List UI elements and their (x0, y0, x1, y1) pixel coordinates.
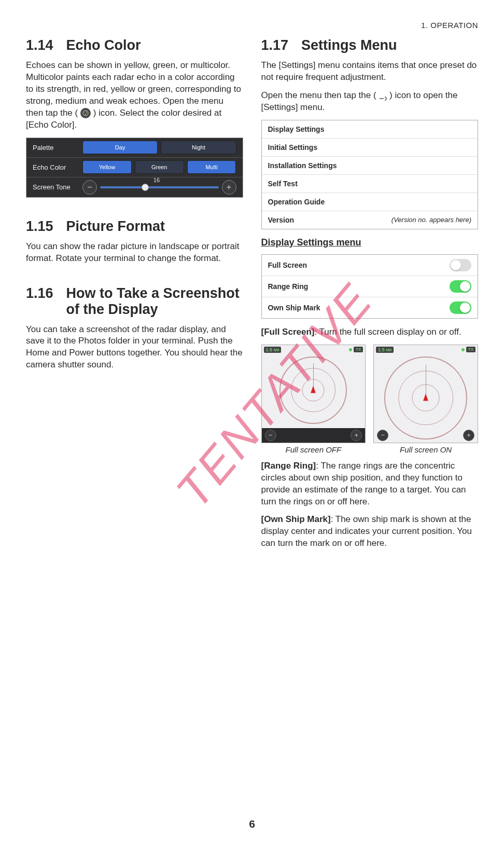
para-1-17-2: Open the menu then tap the ( ) icon to o… (261, 90, 479, 114)
range-ring-desc: [Range Ring]: The range rings are the co… (261, 460, 479, 508)
zoom-out-button[interactable]: − (265, 430, 276, 441)
palette-panel: Palette Day Night Echo Color Yellow Gree… (26, 138, 243, 198)
radar-toolbar: − + (374, 428, 478, 443)
heading-num: 1.16 (26, 285, 53, 318)
menu-label: Self Test (268, 180, 298, 188)
palette-row-palette: Palette Day Night (26, 138, 243, 158)
para-text-a: Open the menu then tap the ( (261, 90, 376, 100)
radar-scope (279, 356, 347, 424)
menu-version[interactable]: Version (Version no. appears here) (262, 211, 478, 229)
heading-num: 1.14 (26, 37, 53, 53)
para-1-17-1: The [Settings] menu contains items that … (261, 60, 479, 84)
heading-title: Echo Color (66, 37, 141, 53)
zoom-in-button[interactable]: + (463, 430, 474, 441)
range-ring-toggle[interactable] (450, 280, 471, 293)
range-ring-label: [Range Ring] (261, 461, 316, 471)
tx-badge: TX (354, 347, 363, 352)
own-ship-label: [Own Ship Mark] (261, 514, 331, 524)
range-badge: 1.5 NM (376, 347, 394, 353)
wrench-icon (379, 93, 387, 98)
slider-knob[interactable] (142, 184, 149, 191)
palette-label: Palette (33, 144, 79, 152)
right-column: 1.17 Settings Menu The [Settings] menu c… (261, 37, 479, 556)
menu-operation-guide[interactable]: Operation Guide (262, 193, 478, 211)
echo-multi-button[interactable]: Multi (187, 160, 236, 174)
palette-icon (80, 108, 91, 118)
tone-slider[interactable]: 16 (100, 186, 219, 188)
section-1-17: 1.17 Settings Menu The [Settings] menu c… (261, 37, 479, 550)
menu-label: Display Settings (268, 125, 325, 133)
heading-num: 1.17 (261, 37, 289, 53)
palette-day-button[interactable]: Day (82, 141, 158, 154)
radar-scope (384, 356, 467, 440)
own-ship-toggle[interactable] (450, 301, 471, 314)
echo-green-button[interactable]: Green (135, 160, 184, 174)
radar-fig-on: 1.5 NM TX − + (373, 345, 478, 454)
chapter-header: 1. OPERATION (26, 21, 478, 30)
status-dot-icon (461, 348, 465, 351)
section-1-14: 1.14 Echo Color Echoes can be shown in y… (26, 37, 243, 198)
tone-plus-button[interactable]: + (222, 180, 236, 195)
echo-color-label: Echo Color (33, 163, 79, 171)
display-settings-toggles: Full Screen Range Ring Own Ship Mark (261, 254, 479, 319)
heading-num: 1.15 (26, 218, 53, 235)
range-badge: 1.5 NM (264, 347, 282, 353)
toggle-label: Own Ship Mark (268, 304, 320, 312)
section-1-16: 1.16 How to Take a Screenshot of the Dis… (26, 285, 243, 372)
echo-yellow-button[interactable]: Yellow (82, 160, 132, 174)
own-ship-desc: [Own Ship Mark]: The own ship mark is sh… (261, 514, 479, 550)
para-1-16: You can take a screenshot of the radar d… (26, 324, 243, 372)
status-dot-icon (349, 348, 352, 351)
svg-point-0 (83, 111, 88, 116)
heading-1-16: 1.16 How to Take a Screenshot of the Dis… (26, 285, 243, 318)
display-settings-subheading: Display Settings menu (261, 237, 479, 248)
tone-minus-button[interactable]: − (82, 180, 97, 195)
tone-value: 16 (153, 177, 160, 183)
left-column: 1.14 Echo Color Echoes can be shown in y… (26, 37, 243, 556)
full-screen-desc: [Full Screen]: Turn the full screen disp… (261, 326, 479, 338)
zoom-in-button[interactable]: + (351, 430, 362, 441)
full-screen-label: [Full Screen] (261, 327, 315, 337)
settings-menu: Display Settings Initial Settings Instal… (261, 120, 479, 229)
toggle-label: Full Screen (268, 261, 307, 269)
palette-row-echo: Echo Color Yellow Green Multi (26, 158, 243, 177)
toggle-row-range-ring: Range Ring (262, 276, 478, 297)
own-ship-icon (311, 386, 316, 393)
heading-1-17: 1.17 Settings Menu (261, 37, 479, 53)
toggle-row-own-ship: Own Ship Mark (262, 297, 478, 318)
radar-figures: 1.5 NM TX − + (261, 345, 479, 454)
menu-label: Operation Guide (268, 198, 325, 206)
radar-screen-off: 1.5 NM TX − + (261, 345, 366, 443)
menu-installation-settings[interactable]: Installation Settings (262, 157, 478, 175)
svg-point-2 (86, 112, 87, 113)
radar-screen-on: 1.5 NM TX − + (373, 345, 478, 443)
desc-text: : Turn the full screen display on or off… (314, 327, 461, 337)
palette-row-tone: Screen Tone − 16 + (26, 177, 243, 197)
menu-self-test[interactable]: Self Test (262, 175, 478, 193)
toggle-label: Range Ring (268, 282, 309, 291)
heading-title: How to Take a Screenshot of the Display (66, 285, 243, 318)
screen-tone-label: Screen Tone (33, 183, 79, 191)
heading-1-14: 1.14 Echo Color (26, 37, 243, 53)
heading-1-15: 1.15 Picture Format (26, 218, 243, 235)
menu-initial-settings[interactable]: Initial Settings (262, 139, 478, 157)
caption-off: Full screen OFF (261, 445, 366, 454)
palette-night-button[interactable]: Night (161, 141, 236, 154)
zoom-out-button[interactable]: − (377, 430, 388, 441)
menu-label: Version (268, 216, 295, 224)
toggle-row-full-screen: Full Screen (262, 255, 478, 276)
full-screen-toggle[interactable] (450, 259, 471, 271)
page-number: 6 (249, 818, 255, 830)
para-1-15: You can show the radar picture in landsc… (26, 241, 243, 265)
radar-fig-off: 1.5 NM TX − + (261, 345, 366, 454)
menu-display-settings[interactable]: Display Settings (262, 120, 478, 139)
radar-toolbar: − + (262, 428, 366, 443)
section-1-15: 1.15 Picture Format You can show the rad… (26, 218, 243, 265)
menu-label: Installation Settings (268, 161, 337, 170)
heading-title: Settings Menu (301, 37, 397, 53)
heading-title: Picture Format (66, 218, 165, 235)
own-ship-icon (423, 393, 428, 401)
tx-badge: TX (466, 347, 475, 352)
para-1-14: Echoes can be shown in yellow, green, or… (26, 60, 243, 131)
version-note: (Version no. appears here) (391, 216, 471, 224)
